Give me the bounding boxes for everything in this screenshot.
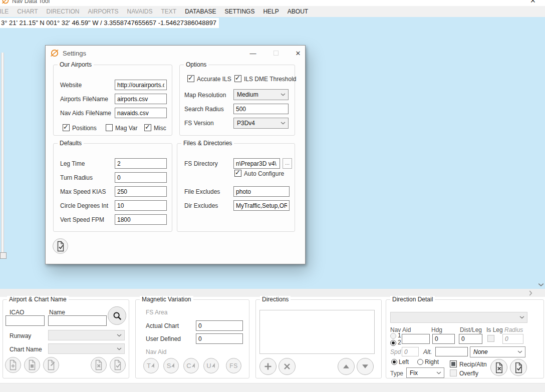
browse-button[interactable]: ... <box>283 158 292 169</box>
magvar-user-button[interactable]: U <box>203 358 219 373</box>
recip-altn-checkbox[interactable] <box>450 360 457 367</box>
scroll-right-icon[interactable] <box>529 290 532 296</box>
dir-excludes-label: Dir Excludes <box>184 202 218 209</box>
menu-settings[interactable]: SETTINGS <box>224 8 254 15</box>
name-input[interactable] <box>48 315 107 326</box>
options-groupbox: Options Accurate ILS ILS DME Threshold M… <box>179 65 295 136</box>
turn-radius-input[interactable] <box>115 172 167 183</box>
dist-leg-input[interactable] <box>459 334 482 344</box>
magvar-station-button[interactable]: S <box>163 358 179 373</box>
detail-apply-button[interactable] <box>510 359 527 376</box>
positions-checkbox[interactable] <box>63 124 70 131</box>
search-radius-input[interactable] <box>233 104 289 114</box>
files-directories-legend: Files & Directories <box>181 140 234 147</box>
nav-aid-input[interactable] <box>402 334 430 344</box>
splitter-grip[interactable] <box>0 252 7 259</box>
close-button[interactable]: ✕ <box>290 46 307 61</box>
main-close-button[interactable]: ✕ <box>530 0 536 5</box>
menu-navaids[interactable]: NAVAIDS <box>127 8 153 15</box>
airport-save-button[interactable] <box>24 357 40 373</box>
auto-configure-checkbox[interactable] <box>234 170 241 177</box>
detail-delete-button[interactable] <box>490 359 507 376</box>
scroll-down-icon[interactable] <box>538 283 544 287</box>
misc-checkbox[interactable] <box>144 124 151 131</box>
magvar-fs-button[interactable]: FS <box>226 358 241 373</box>
hdg-input[interactable] <box>432 334 455 344</box>
actual-chart-input[interactable] <box>196 320 243 331</box>
menu-airports[interactable]: AIRPORTS <box>88 8 118 15</box>
fs-version-combo[interactable]: P3Dv4 <box>233 118 289 129</box>
navaid1-radio-label: 1 <box>398 332 401 339</box>
chevron-down-icon <box>436 371 441 374</box>
alt-input[interactable] <box>435 347 468 356</box>
chart-name-combo[interactable] <box>48 343 125 354</box>
airport-add-button[interactable] <box>5 357 21 373</box>
airport-delete-button[interactable] <box>91 357 107 373</box>
minimize-button[interactable]: — <box>244 46 261 61</box>
turn-right-radio[interactable] <box>417 359 423 365</box>
coordinates-readout: 3° 21' 21.15" N 001° 32' 46.59" W / 3.35… <box>0 18 219 28</box>
navaid2-radio[interactable] <box>390 340 396 346</box>
menu-help[interactable]: HELP <box>263 8 279 15</box>
vert-speed-input[interactable] <box>115 214 167 225</box>
menu-chart[interactable]: CHART <box>17 8 38 15</box>
save-settings-button[interactable] <box>53 238 68 254</box>
dir-excludes-input[interactable] <box>233 200 290 211</box>
directions-listbox[interactable] <box>259 310 375 354</box>
chevron-down-icon <box>517 350 522 353</box>
website-input[interactable] <box>115 80 167 90</box>
map-resolution-combo[interactable]: Medium <box>233 89 289 100</box>
navaids-filename-input[interactable] <box>115 108 167 118</box>
runway-combo[interactable] <box>48 330 125 340</box>
fs-directory-input[interactable] <box>233 158 280 169</box>
alt-type-combo[interactable]: None <box>470 346 525 357</box>
direction-select-combo[interactable] <box>390 312 527 323</box>
navaid1-radio[interactable] <box>390 333 396 339</box>
menu-about[interactable]: ABOUT <box>288 8 308 15</box>
airport-edit-button[interactable] <box>43 357 59 373</box>
magvar-checkbox[interactable] <box>106 124 113 131</box>
vert-speed-label: Vert Speed FPM <box>60 216 104 223</box>
menu-file[interactable]: FILE <box>0 8 9 15</box>
spd-input[interactable] <box>402 347 419 356</box>
circle-degrees-label: Circle Degrees Int <box>60 202 108 209</box>
overfly-checkbox[interactable] <box>450 369 457 376</box>
user-defined-input[interactable] <box>196 333 243 344</box>
left-splitter[interactable] <box>1 53 4 258</box>
ils-dme-checkbox[interactable] <box>234 75 241 82</box>
airports-filename-input[interactable] <box>115 94 167 104</box>
radius-input[interactable] <box>502 334 523 344</box>
airport-apply-button[interactable] <box>110 357 126 373</box>
magvar-label: Mag Var <box>115 125 137 132</box>
turn-left-radio[interactable] <box>391 359 397 365</box>
direction-remove-button[interactable] <box>279 358 296 375</box>
is-leg-checkbox[interactable] <box>487 335 494 342</box>
menu-direction[interactable]: DIRECTION <box>46 8 79 15</box>
direction-move-down-button[interactable] <box>357 358 374 375</box>
type-combo[interactable]: Fix <box>406 367 444 378</box>
compass-needle-icon <box>151 363 155 368</box>
turn-radius-label: Turn Radius <box>60 174 93 181</box>
max-speed-input[interactable] <box>115 186 167 197</box>
menu-text[interactable]: TEXT <box>161 8 177 15</box>
menu-database[interactable]: DATABASE <box>185 8 216 15</box>
leg-time-label: Leg Time <box>60 160 85 167</box>
arrow-down-icon <box>360 361 371 372</box>
compass-needle-icon <box>212 363 216 368</box>
settings-dialog-titlebar[interactable]: Settings — ✕ <box>46 46 305 61</box>
circle-degrees-input[interactable] <box>115 200 167 211</box>
airport-chart-legend: Airport & Chart Name <box>7 296 69 303</box>
search-button[interactable] <box>108 306 126 325</box>
magvar-chart-button[interactable]: C <box>183 358 199 373</box>
direction-add-button[interactable] <box>259 358 277 375</box>
magvar-groupbox: Magnetic Variation FS Area Actual Chart … <box>135 299 249 378</box>
file-excludes-input[interactable] <box>233 186 290 197</box>
icao-input[interactable] <box>6 315 45 326</box>
accurate-ils-checkbox[interactable] <box>187 75 194 82</box>
leg-time-input[interactable] <box>115 158 167 169</box>
direction-move-up-button[interactable] <box>338 358 355 375</box>
magvar-true-button[interactable]: T <box>143 358 159 373</box>
our-airports-groupbox: Our Airports Website Airports FileName N… <box>53 65 172 136</box>
maximize-icon <box>274 51 279 56</box>
user-defined-label: User Defined <box>146 335 181 342</box>
